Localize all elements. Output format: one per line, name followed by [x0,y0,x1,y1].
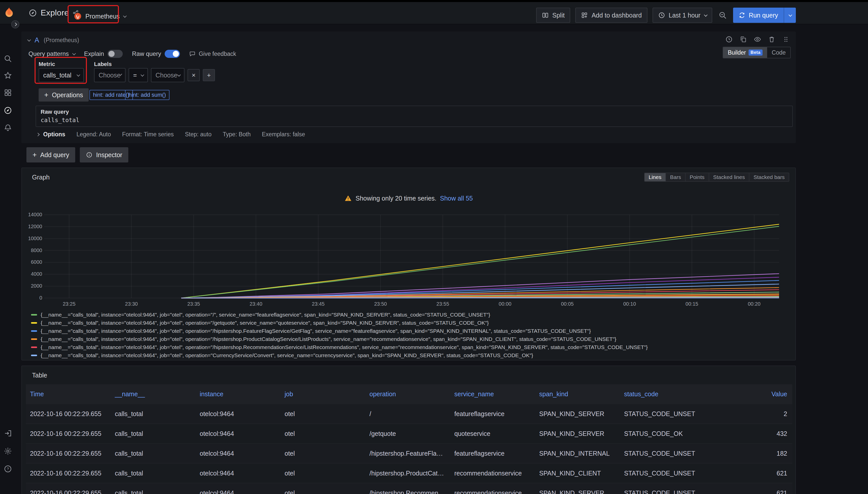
split-button[interactable]: Split [536,7,571,23]
option-legend: Legend: Auto [76,131,111,138]
expand-nav-button[interactable] [11,20,19,28]
add-query-button[interactable]: +Add query [26,147,75,163]
x-tick-label: 23:55 [432,301,454,307]
time-series-plot [44,215,779,298]
chevron-down-icon [76,73,80,77]
zoom-out-button[interactable] [717,7,728,23]
query-patterns-dropdown[interactable]: Query patterns [29,50,75,57]
window-top-strip [0,0,868,2]
legend-item[interactable]: {__name__="calls_total", instance="otelc… [31,359,790,360]
column-header--name-[interactable]: __name__ [111,384,196,404]
graph-mode-lines[interactable]: Lines [644,173,666,182]
chevron-down-icon [141,73,144,77]
query-options-row: Options Legend: Auto Format: Time series… [37,131,305,138]
table-cell: 2022-10-16 00:22:29.655 [26,483,111,494]
hint-add-sum-link[interactable]: hint: add sum() [125,90,169,100]
series-limit-warning: Showing only 20 time series. Show all 55 [22,194,795,202]
table-cell: quoteservice [450,424,535,443]
code-mode-button[interactable]: Code [767,47,790,58]
add-operation-button[interactable]: +Operations [39,88,89,101]
bell-icon [3,124,12,132]
run-query-button[interactable]: Run query [733,7,784,23]
legend-label: {__name__="calls_total", instance="otelc… [41,320,489,326]
chevron-down-icon [72,52,76,55]
sidebar: ? [0,24,16,494]
label-key-select[interactable]: Choose [94,68,126,82]
table-cell: SPAN_KIND_INTERNAL [535,444,620,463]
y-tick-label: 4000 [23,271,42,277]
drag-handle[interactable] [782,36,790,43]
table-cell: /hipstershop.FeatureFlagServi... [365,444,450,463]
toggle-visibility-button[interactable] [754,36,761,43]
legend-label: {__name__="calls_total", instance="otelc… [41,336,616,342]
legend-swatch-icon [31,355,37,356]
raw-query-toggle[interactable] [165,50,180,58]
table-row: 2022-10-16 00:22:29.655calls_totalotelco… [26,443,792,463]
legend-label: {__name__="calls_total", instance="otelc… [41,312,490,318]
table-cell: STATUS_CODE_OK [620,424,705,443]
add-label-filter-button[interactable]: + [203,69,215,81]
legend-swatch-icon [31,346,37,348]
legend-item[interactable]: {__name__="calls_total", instance="otelc… [31,311,790,319]
label-operator-select[interactable]: = [129,68,148,82]
table-cell: STATUS_CODE_UNSET [620,444,705,463]
datasource-picker[interactable]: Prometheus [71,10,129,23]
sidebar-starred-button[interactable] [3,71,12,80]
options-toggle[interactable]: Options [37,131,65,138]
label-value-select[interactable]: Choose [151,68,184,82]
column-header-operation[interactable]: operation [365,384,450,404]
legend-label: {__name__="calls_total", instance="otelc… [41,328,591,334]
show-all-series-link[interactable]: Show all 55 [440,195,473,202]
apps-grid-icon [3,88,12,97]
sidebar-search-button[interactable] [3,54,12,63]
sidebar-help-button[interactable]: ? [3,464,12,473]
query-history-button[interactable] [725,36,733,43]
remove-query-button[interactable] [768,36,776,43]
legend-item[interactable]: {__name__="calls_total", instance="otelc… [31,343,790,352]
inspector-button[interactable]: Inspector [80,147,128,163]
give-feedback-button[interactable]: Give feedback [189,51,236,57]
sidebar-explore-button[interactable] [3,106,12,115]
run-query-split-button[interactable]: Run query [733,7,796,23]
y-tick-label: 8000 [23,247,42,253]
grafana-logo-icon[interactable] [3,6,15,19]
legend-item[interactable]: {__name__="calls_total", instance="otelc… [31,319,790,327]
column-header-time[interactable]: Time [26,384,111,404]
graph-mode-stacked-bars[interactable]: Stacked bars [749,173,789,182]
sidebar-settings-button[interactable] [3,447,12,455]
legend-label: {__name__="calls_total", instance="otelc… [41,344,648,350]
raw-query-text: calls_total [41,117,788,124]
legend-item[interactable]: {__name__="calls_total", instance="otelc… [31,327,790,335]
table-cell: 2022-10-16 00:22:29.655 [26,404,111,423]
x-tick-label: 00:15 [681,301,703,307]
column-header-status-code[interactable]: status_code [620,384,705,404]
column-header-instance[interactable]: instance [196,384,281,404]
explore-compass-icon [29,8,37,17]
duplicate-query-button[interactable] [739,36,747,43]
explain-toggle[interactable] [108,50,123,58]
run-query-options-caret[interactable] [784,7,796,23]
metric-select[interactable]: calls_total [39,68,84,82]
graph-mode-points[interactable]: Points [685,173,709,182]
graph-mode-stacked-lines[interactable]: Stacked lines [709,173,749,182]
grip-dots-icon [782,36,790,43]
column-header-service-name[interactable]: service_name [450,384,535,404]
legend-item[interactable]: {__name__="calls_total", instance="otelc… [31,352,790,359]
table-cell: STATUS_CODE_UNSET [620,404,705,423]
add-to-dashboard-button[interactable]: Add to dashboard [575,7,647,23]
legend-item[interactable]: {__name__="calls_total", instance="otelc… [31,335,790,343]
sidebar-signin-button[interactable] [3,429,12,438]
sidebar-alerting-button[interactable] [3,124,12,132]
remove-label-filter-button[interactable]: × [187,69,200,81]
builder-mode-button[interactable]: Builder Beta [723,47,767,58]
column-header-span-kind[interactable]: span_kind [535,384,620,404]
column-header-job[interactable]: job [281,384,365,404]
column-header-value[interactable]: Value [705,384,792,404]
table-cell: otel [281,404,365,423]
time-range-picker[interactable]: Last 1 hour [652,7,712,23]
query-row-header[interactable]: A (Prometheus) [28,35,79,46]
sidebar-dashboards-button[interactable] [3,88,12,97]
raw-query-label: Raw query [41,109,788,115]
graph-mode-bars[interactable]: Bars [666,173,686,182]
y-tick-label: 6000 [23,259,42,265]
